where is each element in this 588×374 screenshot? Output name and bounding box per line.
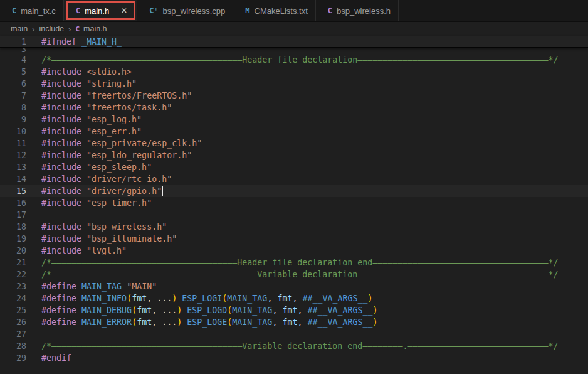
code-token: Header file declaration xyxy=(242,55,357,65)
code-token: Header file declaration end xyxy=(237,258,372,267)
code-token: "esp_ldo_regulator.h" xyxy=(87,151,192,160)
breadcrumb-item-main[interactable]: main xyxy=(11,24,28,33)
code-token: —————————————————————————————————————— xyxy=(357,55,548,65)
line-number: 26 xyxy=(0,316,26,328)
code-text: #include "bsp_wireless.h" xyxy=(41,221,167,233)
code-text: /*—————————————————————————————————————H… xyxy=(41,257,559,269)
code-line-21[interactable]: 21/*————————————————————————————————————… xyxy=(0,257,588,269)
code-text: #ifndef _MAIN_H_ xyxy=(41,36,122,47)
code-token: "esp_log.h" xyxy=(87,115,142,124)
code-token: #define xyxy=(41,294,76,303)
code-token: , xyxy=(152,306,157,315)
code-token: #include xyxy=(41,186,81,196)
code-editor[interactable]: 1#ifndef _MAIN_H_ 34/*——————————————————… xyxy=(0,36,588,364)
code-token: #include xyxy=(41,115,81,124)
cmake-file-icon: M xyxy=(245,6,249,15)
code-line-17[interactable]: 17 xyxy=(0,209,588,221)
code-line-14[interactable]: 14#include "driver/rtc_io.h" xyxy=(0,173,588,185)
code-token: MAIN_DEBUG xyxy=(81,306,132,315)
tab-main.h[interactable]: Cmain.h✕ xyxy=(64,0,137,21)
code-text: #define MAIN_INFO(fmt, ...) ESP_LOGI(MAI… xyxy=(41,292,373,304)
code-text: #include "lvgl.h" xyxy=(41,245,127,257)
code-text: #define MAIN_DEBUG(fmt, ...) ESP_LOGD(MA… xyxy=(41,304,378,316)
close-icon[interactable]: ✕ xyxy=(119,6,129,15)
code-token: #include xyxy=(41,103,81,112)
code-token: "bsp_illuminate.h" xyxy=(87,234,177,243)
code-token: #include xyxy=(41,234,81,243)
code-token: */ xyxy=(549,270,559,279)
code-token xyxy=(157,318,162,327)
code-line-12[interactable]: 12#include "esp_ldo_regulator.h" xyxy=(0,149,588,161)
code-token: MAIN_ERROR xyxy=(81,318,132,327)
code-line-16[interactable]: 16#include "esp_timer.h" xyxy=(0,197,588,209)
code-line-7[interactable]: 7#include "freertos/FreeRTOS.h" xyxy=(0,90,588,102)
code-token: #define xyxy=(41,318,76,327)
code-line-20[interactable]: 20#include "lvgl.h" xyxy=(0,245,588,257)
code-token: "driver/gpio.h" xyxy=(87,186,162,196)
sticky-scroll-container: 1#ifndef _MAIN_H_ xyxy=(0,36,588,48)
code-line-4[interactable]: 4/*—————————————————————————————————————… xyxy=(0,54,588,66)
code-token: #define xyxy=(41,306,76,315)
tab-main_tx.c[interactable]: Cmain_tx.c xyxy=(0,0,64,21)
code-text: #include "esp_sleep.h" xyxy=(41,161,152,173)
code-line-18[interactable]: 18#include "bsp_wireless.h" xyxy=(0,221,588,233)
code-token xyxy=(152,294,157,303)
code-token: "driver/rtc_io.h" xyxy=(87,174,172,184)
code-token: "bsp_wireless.h" xyxy=(87,222,167,232)
code-line-11[interactable]: 11#include "esp_private/esp_clk.h" xyxy=(0,137,588,149)
tab-CMakeLists.txt[interactable]: MCMakeLists.txt xyxy=(233,0,315,21)
line-number: 6 xyxy=(0,78,26,90)
tab-bsp_wireless.cpp[interactable]: C⁺bsp_wireless.cpp xyxy=(137,0,233,21)
breadcrumb-separator-icon: › xyxy=(32,24,34,34)
line-number: 24 xyxy=(0,292,26,304)
code-line-3[interactable]: 3 xyxy=(0,48,588,54)
sticky-scroll-line[interactable]: 1#ifndef _MAIN_H_ xyxy=(0,36,588,48)
code-line-15[interactable]: 15#include "driver/gpio.h" xyxy=(0,185,588,197)
code-line-23[interactable]: 23#define MAIN_TAG "MAIN" xyxy=(0,280,588,292)
c-file-icon: C xyxy=(12,6,16,15)
breadcrumb-item-include[interactable]: include xyxy=(39,24,64,33)
code-line-22[interactable]: 22/*————————————————————————————————————… xyxy=(0,269,588,280)
code-token: _MAIN_H_ xyxy=(81,37,122,46)
code-line-24[interactable]: 24#define MAIN_INFO(fmt, ...) ESP_LOGI(M… xyxy=(0,292,588,304)
code-text: #include "esp_err.h" xyxy=(41,126,142,137)
code-token xyxy=(81,234,87,243)
breadcrumb-label: main xyxy=(11,24,28,33)
line-number: 25 xyxy=(0,304,26,316)
code-line-6[interactable]: 6#include "string.h" xyxy=(0,78,588,90)
code-token: */ xyxy=(549,341,559,351)
code-line-28[interactable]: 28/*————————————————————————————————————… xyxy=(0,340,588,352)
code-token xyxy=(81,67,87,77)
code-line-25[interactable]: 25#define MAIN_DEBUG(fmt, ...) ESP_LOGD(… xyxy=(0,304,588,316)
breadcrumb: main›include›Cmain.h xyxy=(0,22,588,36)
code-line-9[interactable]: 9#include "esp_log.h" xyxy=(0,114,588,126)
code-text: /*——————————————————————————————————————… xyxy=(41,269,559,280)
c-header-file-icon: C xyxy=(328,6,332,15)
code-line-29[interactable]: 29#endif xyxy=(0,352,588,364)
code-token: fmt xyxy=(277,294,292,303)
line-number: 7 xyxy=(0,90,26,102)
code-token: /* xyxy=(41,270,51,279)
code-token: "freertos/FreeRTOS.h" xyxy=(87,91,192,100)
code-line-27[interactable]: 27 xyxy=(0,328,588,340)
breadcrumb-item-main.h[interactable]: Cmain.h xyxy=(75,24,107,33)
line-number: 13 xyxy=(0,161,26,173)
code-line-26[interactable]: 26#define MAIN_ERROR(fmt, ...) ESP_LOGE(… xyxy=(0,316,588,328)
breadcrumb-label: main.h xyxy=(83,24,107,33)
code-line-19[interactable]: 19#include "bsp_illuminate.h" xyxy=(0,233,588,245)
code-token: Variable declaration end xyxy=(242,341,362,351)
code-line-13[interactable]: 13#include "esp_sleep.h" xyxy=(0,161,588,173)
code-line-5[interactable]: 5#include <stdio.h> xyxy=(0,66,588,78)
code-token: #include xyxy=(41,163,81,172)
code-line-10[interactable]: 10#include "esp_err.h" xyxy=(0,126,588,137)
code-token: , xyxy=(147,294,152,303)
line-number: 20 xyxy=(0,245,26,257)
code-token: ESP_LOGE xyxy=(187,318,227,327)
code-token: ————————————————————————————————————————… xyxy=(51,270,257,279)
breadcrumb-separator-icon: › xyxy=(68,24,71,34)
code-text: #include "driver/gpio.h" xyxy=(41,185,163,197)
code-text: #include "freertos/task.h" xyxy=(41,102,172,114)
code-line-8[interactable]: 8#include "freertos/task.h" xyxy=(0,102,588,114)
code-token: #include xyxy=(41,127,81,136)
tab-bsp_wireless.h[interactable]: Cbsp_wireless.h xyxy=(316,0,399,21)
